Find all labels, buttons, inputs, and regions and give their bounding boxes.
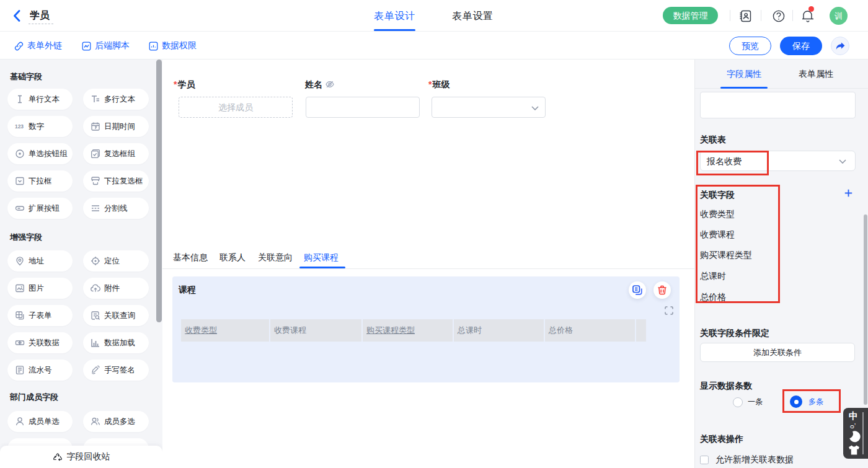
svg-text:123: 123 (15, 123, 24, 130)
